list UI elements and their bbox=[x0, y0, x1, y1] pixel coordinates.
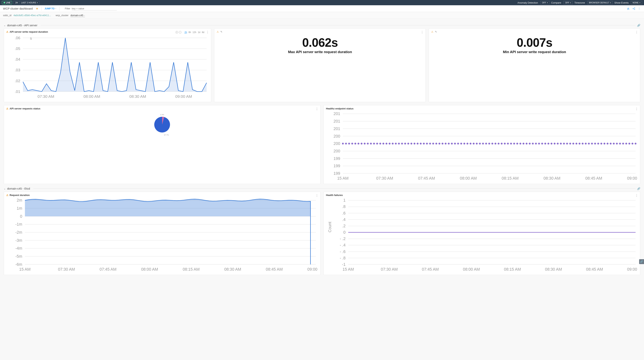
svg-text:-6m: -6m bbox=[16, 262, 22, 267]
star-icon[interactable]: ★ bbox=[36, 7, 38, 10]
svg-point-56 bbox=[370, 143, 372, 144]
kebab-icon[interactable]: ⋮ bbox=[421, 30, 424, 34]
kebab-icon[interactable]: ⋮ bbox=[638, 7, 641, 10]
time-opt[interactable]: 2h bbox=[184, 31, 187, 33]
svg-text:0: 0 bbox=[20, 214, 22, 219]
zoom-in-icon[interactable]: + bbox=[176, 31, 178, 33]
kebab-icon[interactable]: ⋮ bbox=[316, 194, 318, 197]
header-actions: ⋮ bbox=[627, 7, 641, 10]
svg-text:.8: .8 bbox=[342, 205, 346, 209]
svg-text:0: 0 bbox=[343, 230, 346, 235]
range-full-dropdown[interactable]: LAST 2 HOURS bbox=[20, 1, 40, 4]
svg-text:.06: .06 bbox=[15, 36, 20, 40]
collapse-icon[interactable] bbox=[627, 7, 630, 10]
time-opt[interactable]: 1d bbox=[198, 31, 200, 33]
dashboard-body: ⌄ domain-c45 - API server 🔗 ⚠ API server… bbox=[0, 19, 644, 283]
stat-label: Max API server write request duration bbox=[216, 50, 423, 54]
var-value[interactable]: 4a0c6df1-d5b6-45ec-a7fd-e6411... bbox=[14, 14, 51, 17]
svg-point-99 bbox=[504, 143, 506, 144]
panel-row: ⚠ API server write request duration + − … bbox=[4, 28, 640, 102]
svg-point-133 bbox=[610, 143, 612, 144]
top-bar: LIVE 2H LAST 2 HOURS Anomaly Detection O… bbox=[0, 0, 644, 5]
time-opt[interactable]: 12h bbox=[192, 31, 196, 33]
stat-label: Min API server write request duration bbox=[431, 50, 638, 54]
kebab-icon[interactable]: ⋮ bbox=[635, 30, 638, 34]
pie-chart: 2.3% 97.7% bbox=[147, 113, 177, 137]
time-opt[interactable]: 8d bbox=[202, 31, 204, 33]
time-options: 2h 6h 12h 1d 8d bbox=[184, 31, 204, 33]
warn-icon: ⚠ bbox=[6, 194, 8, 197]
float-link-icon[interactable]: 🔗 bbox=[639, 259, 644, 264]
svg-point-88 bbox=[470, 143, 471, 144]
svg-point-71 bbox=[417, 143, 418, 144]
var-name: sddc_id bbox=[3, 14, 12, 17]
svg-text:2m: 2m bbox=[17, 198, 22, 203]
svg-point-67 bbox=[404, 143, 406, 144]
panel-healthz: Healthz endpoint status ⋮ 19919919920020… bbox=[324, 105, 640, 184]
dashboard-title: WCP cluster dashboard bbox=[3, 7, 33, 10]
compare-dropdown[interactable]: OFF bbox=[564, 1, 573, 4]
var-wcp: wcp_cluster domain-c45 bbox=[56, 14, 85, 17]
chevron-down-icon[interactable]: ⌄ bbox=[4, 187, 6, 190]
live-label: LIVE bbox=[6, 1, 10, 4]
kebab-icon[interactable]: ⋮ bbox=[635, 107, 638, 111]
anomaly-dropdown[interactable]: OFF bbox=[540, 1, 550, 4]
svg-text:.6: .6 bbox=[342, 211, 346, 215]
kebab-icon[interactable]: ⋮ bbox=[635, 194, 638, 197]
svg-point-91 bbox=[479, 143, 481, 144]
live-dot-icon bbox=[4, 2, 5, 3]
var-value-dropdown[interactable]: domain-c45 bbox=[70, 14, 85, 17]
time-opt[interactable]: 6h bbox=[188, 31, 191, 33]
svg-point-63 bbox=[392, 143, 394, 144]
svg-text:08:15 AM: 08:15 AM bbox=[504, 267, 521, 272]
svg-point-89 bbox=[473, 143, 474, 144]
link-icon[interactable]: 🔗 bbox=[637, 187, 640, 190]
edit-icon[interactable]: ✎ bbox=[220, 30, 222, 33]
panel-row: ⚠ API server requests status ⋮ 2.3% 97.7… bbox=[4, 105, 640, 184]
svg-point-69 bbox=[410, 143, 412, 144]
svg-point-55 bbox=[367, 143, 368, 144]
range-short-button[interactable]: 2H bbox=[14, 1, 19, 4]
filter-wrap: Filter bbox=[65, 7, 117, 10]
svg-point-106 bbox=[526, 143, 527, 144]
timezone-dropdown[interactable]: BROWSER DEFAULT bbox=[587, 1, 613, 4]
kebab-icon[interactable]: ⋮ bbox=[316, 107, 318, 111]
svg-text:s: s bbox=[30, 36, 32, 40]
svg-text:- .4: - .4 bbox=[340, 243, 346, 247]
svg-point-118 bbox=[563, 143, 565, 144]
edit-icon[interactable]: ✎ bbox=[435, 30, 437, 33]
divider bbox=[41, 7, 42, 10]
zoom-out-icon[interactable]: − bbox=[179, 31, 182, 33]
share-icon[interactable] bbox=[632, 7, 635, 10]
stat-value: 0.062s bbox=[216, 36, 423, 49]
svg-point-53 bbox=[361, 143, 362, 144]
chevron-down-icon[interactable]: ⌄ bbox=[4, 24, 6, 27]
events-dropdown[interactable]: NONE bbox=[631, 1, 642, 4]
kebab-icon[interactable]: ⋮ bbox=[206, 30, 209, 34]
svg-point-96 bbox=[495, 143, 496, 144]
svg-text:Count: Count bbox=[328, 222, 332, 232]
panel-write-duration: ⚠ API server write request duration + − … bbox=[4, 28, 211, 102]
svg-text:08:00 AM: 08:00 AM bbox=[460, 176, 477, 181]
svg-point-98 bbox=[501, 143, 502, 144]
svg-point-73 bbox=[423, 143, 424, 144]
live-badge[interactable]: LIVE bbox=[2, 1, 12, 4]
svg-point-130 bbox=[600, 143, 602, 144]
svg-text:08:30 AM: 08:30 AM bbox=[544, 176, 560, 181]
divider bbox=[59, 7, 60, 10]
svg-text:08:00 AM: 08:00 AM bbox=[84, 94, 100, 98]
svg-point-72 bbox=[420, 143, 422, 144]
filter-input[interactable] bbox=[72, 7, 117, 10]
svg-text:- .8: - .8 bbox=[340, 256, 346, 260]
svg-point-49 bbox=[348, 143, 350, 144]
link-icon[interactable]: 🔗 bbox=[637, 24, 640, 27]
svg-point-70 bbox=[414, 143, 415, 144]
svg-text:200: 200 bbox=[334, 149, 340, 153]
svg-text:15 AM: 15 AM bbox=[342, 267, 354, 272]
svg-text:1: 1 bbox=[343, 198, 346, 203]
warn-icon: ⚠ bbox=[6, 107, 8, 110]
svg-text:08:15 AM: 08:15 AM bbox=[182, 267, 200, 272]
jump-to-dropdown[interactable]: JUMP TO bbox=[44, 7, 56, 10]
line-chart: -1- .8- .6- .4- .20.2.4.6.81Count15 AM07… bbox=[326, 198, 638, 273]
svg-point-137 bbox=[622, 143, 624, 144]
